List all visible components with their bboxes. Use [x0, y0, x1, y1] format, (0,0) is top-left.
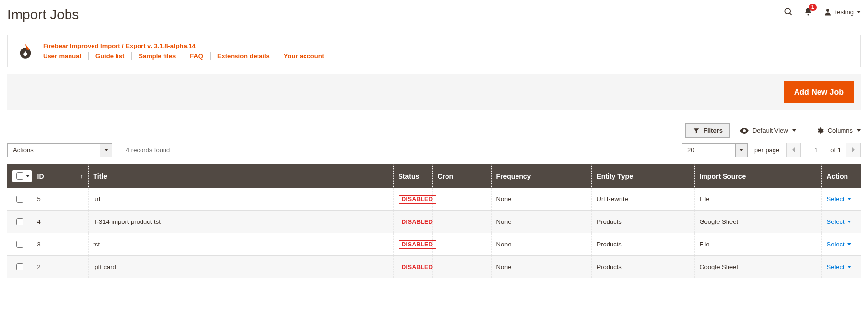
pager-prev-button[interactable]	[786, 143, 801, 157]
records-found-label: 4 records found	[126, 147, 170, 154]
link-extension-details[interactable]: Extension details	[210, 52, 277, 60]
col-header-frequency-label: Frequency	[496, 172, 531, 180]
eye-icon	[740, 127, 749, 134]
col-header-cron-label: Cron	[438, 172, 454, 180]
svg-point-2	[807, 14, 809, 16]
cell-title: II-314 import product tst	[88, 211, 393, 233]
row-checkbox[interactable]	[16, 241, 23, 248]
col-header-source[interactable]: Import Source	[694, 164, 821, 188]
user-menu[interactable]: testing	[823, 7, 861, 16]
cell-frequency: None	[491, 256, 591, 278]
user-icon	[823, 7, 832, 16]
svg-point-0	[785, 8, 790, 14]
select-all-checkbox[interactable]	[16, 172, 23, 180]
user-name: testing	[835, 8, 854, 16]
grid-toolbar: Filters Default View Columns	[7, 123, 861, 138]
col-header-id[interactable]: ID ↑	[32, 164, 88, 188]
chevron-down-icon	[104, 149, 108, 151]
cell-status: DISABLED	[393, 188, 432, 211]
col-header-cron[interactable]: Cron	[432, 164, 491, 188]
bulk-actions-select[interactable]: Actions	[7, 143, 112, 157]
cell-cron	[432, 188, 491, 211]
gear-icon	[816, 127, 824, 135]
cell-entity: Products	[591, 211, 694, 233]
bulk-actions-toggle[interactable]	[100, 143, 112, 157]
search-icon[interactable]	[783, 7, 793, 17]
row-action-label: Select	[827, 241, 845, 248]
cell-entity: Url Rewrite	[591, 188, 694, 211]
chevron-down-icon	[857, 129, 861, 132]
row-action-select[interactable]: Select	[827, 196, 851, 203]
per-page-select[interactable]: 20	[682, 143, 748, 157]
header-actions: 1 testing	[783, 5, 861, 17]
notifications-icon[interactable]: 1	[804, 7, 813, 17]
cell-entity: Products	[591, 256, 694, 278]
per-page-label: per page	[754, 147, 779, 154]
row-checkbox[interactable]	[16, 196, 23, 203]
cell-id: 4	[32, 211, 88, 233]
columns-selector[interactable]: Columns	[816, 125, 861, 137]
cell-status: DISABLED	[393, 211, 432, 233]
add-new-job-button[interactable]: Add New Job	[784, 81, 854, 103]
cell-frequency: None	[491, 188, 591, 211]
row-checkbox[interactable]	[16, 218, 23, 225]
row-action-select[interactable]: Select	[827, 218, 851, 225]
col-header-entity[interactable]: Entity Type	[591, 164, 694, 188]
col-header-entity-label: Entity Type	[597, 172, 633, 180]
cell-id: 3	[32, 233, 88, 256]
col-header-id-label: ID	[37, 172, 44, 180]
pager-next-button[interactable]	[846, 143, 861, 157]
link-user-manual[interactable]: User manual	[43, 52, 88, 60]
chevron-down-icon	[847, 221, 851, 223]
svg-point-3	[826, 9, 829, 12]
row-action-select[interactable]: Select	[827, 263, 851, 270]
firebear-logo-icon	[17, 42, 34, 60]
filters-button[interactable]: Filters	[685, 123, 730, 138]
link-sample-files[interactable]: Sample files	[131, 52, 183, 60]
chevron-down-icon	[847, 243, 851, 245]
cell-source: Google Sheet	[694, 256, 821, 278]
bulk-actions-label: Actions	[7, 143, 100, 157]
per-page-toggle[interactable]	[736, 143, 748, 157]
extension-links: User manual Guide list Sample files FAQ …	[43, 52, 331, 60]
row-checkbox[interactable]	[16, 263, 23, 270]
chevron-down-icon	[739, 149, 743, 151]
cell-entity: Products	[591, 233, 694, 256]
table-row: 5 url DISABLED None Url Rewrite File Sel…	[7, 188, 861, 211]
cell-status: DISABLED	[393, 233, 432, 256]
chevron-left-icon	[792, 147, 796, 153]
col-header-title[interactable]: Title	[88, 164, 393, 188]
notifications-badge: 1	[809, 4, 817, 11]
col-header-action[interactable]: Action	[821, 164, 861, 188]
cell-id: 2	[32, 256, 88, 278]
default-view-label: Default View	[752, 127, 788, 134]
cell-status: DISABLED	[393, 256, 432, 278]
pager-page-input[interactable]	[806, 143, 825, 157]
cell-frequency: None	[491, 211, 591, 233]
cell-frequency: None	[491, 233, 591, 256]
cell-action: Select	[821, 188, 861, 211]
cell-id: 5	[32, 188, 88, 211]
table-row: 2 gift card DISABLED None Products Googl…	[7, 256, 861, 278]
link-faq[interactable]: FAQ	[183, 52, 210, 60]
col-header-status-label: Status	[399, 172, 420, 180]
row-action-select[interactable]: Select	[827, 241, 851, 248]
col-header-status[interactable]: Status	[393, 164, 432, 188]
grid-controls: Actions 4 records found 20 per page of 1	[7, 143, 861, 157]
table-row: 4 II-314 import product tst DISABLED Non…	[7, 211, 861, 233]
cell-cron	[432, 256, 491, 278]
col-header-select-all[interactable]	[7, 164, 32, 188]
chevron-down-icon	[857, 11, 861, 13]
link-your-account[interactable]: Your account	[277, 52, 331, 60]
filters-label: Filters	[704, 127, 723, 134]
jobs-table: ID ↑ Title Status Cron Frequency Entity …	[7, 164, 861, 278]
status-badge: DISABLED	[399, 240, 437, 249]
funnel-icon	[693, 127, 700, 134]
default-view-selector[interactable]: Default View	[740, 125, 796, 136]
status-badge: DISABLED	[399, 263, 437, 271]
per-page-value: 20	[682, 143, 736, 157]
link-guide-list[interactable]: Guide list	[88, 52, 131, 60]
extension-title: Firebear Improved Import / Export v. 3.1…	[43, 42, 331, 49]
row-action-label: Select	[827, 196, 845, 203]
col-header-frequency[interactable]: Frequency	[491, 164, 591, 188]
